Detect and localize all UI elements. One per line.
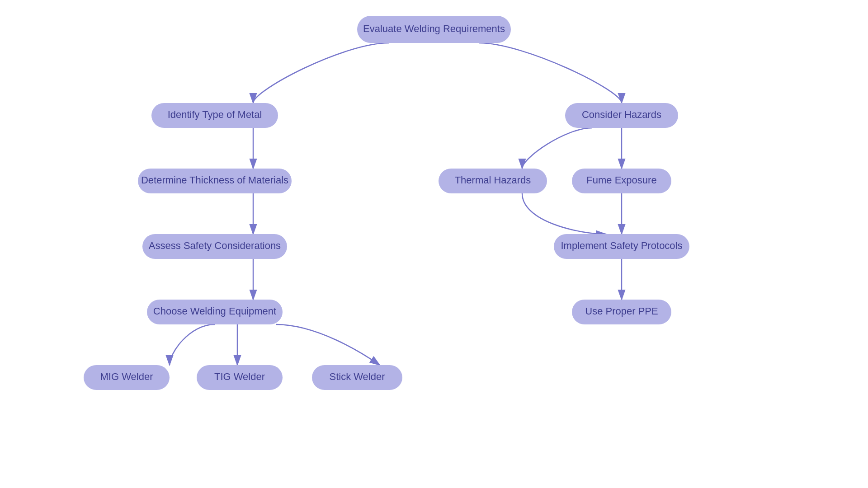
node-identify-label: Identify Type of Metal <box>168 109 262 120</box>
node-fume-label: Fume Exposure <box>586 174 656 186</box>
node-implement-label: Implement Safety Protocols <box>561 240 682 251</box>
node-choose-label: Choose Welding Equipment <box>153 305 276 317</box>
node-assess-label: Assess Safety Considerations <box>149 240 281 251</box>
arrow-choose-mig <box>170 324 215 365</box>
node-tig-label: TIG Welder <box>214 371 265 382</box>
arrow-evaluate-identify <box>253 43 389 103</box>
node-evaluate-label: Evaluate Welding Requirements <box>363 23 505 34</box>
arrow-choose-stick <box>276 324 380 365</box>
node-mig-label: MIG Welder <box>100 371 153 382</box>
arrow-evaluate-consider <box>479 43 622 103</box>
node-consider-label: Consider Hazards <box>582 109 661 120</box>
node-stick-label: Stick Welder <box>329 371 385 382</box>
flowchart: Evaluate Welding Requirements Identify T… <box>0 0 868 488</box>
node-thermal-label: Thermal Hazards <box>455 174 531 186</box>
node-thickness-label: Determine Thickness of Materials <box>141 174 288 186</box>
arrow-thermal-implement <box>522 193 606 234</box>
node-ppe-label: Use Proper PPE <box>585 305 658 317</box>
arrow-consider-thermal <box>522 128 592 169</box>
